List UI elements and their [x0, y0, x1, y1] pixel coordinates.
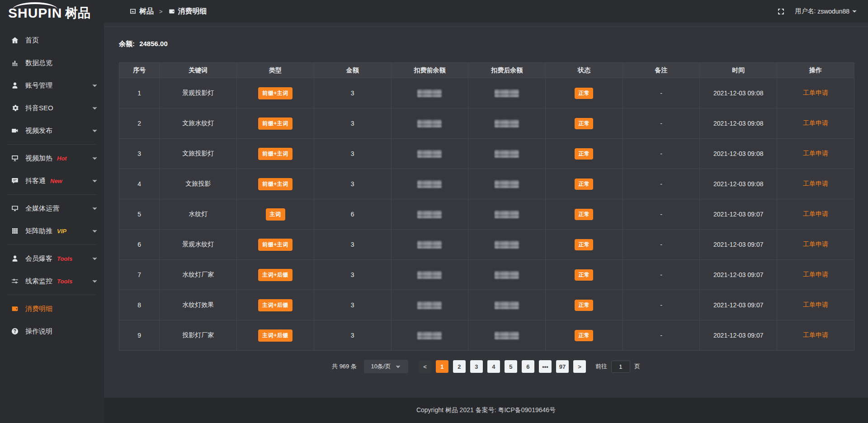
work-order-link[interactable]: 工单申请	[803, 119, 828, 127]
sidebar-item-douketong[interactable]: 抖客通New	[0, 169, 104, 192]
cell-remark: -	[623, 199, 700, 230]
cell-balance-after	[468, 320, 546, 351]
cell-action: 工单申请	[777, 230, 854, 260]
cell-amount: 3	[314, 108, 391, 139]
sidebar-item-label: 会员爆客	[25, 254, 52, 263]
cell-amount: 3	[314, 78, 391, 108]
work-order-link[interactable]: 工单申请	[803, 210, 828, 217]
work-order-link[interactable]: 工单申请	[803, 150, 828, 157]
page-button-3[interactable]: 3	[470, 360, 483, 373]
table-row: 9 投影灯厂家 主词+后缀 3 正常 - 2021-12-03 09:07 工单…	[119, 320, 854, 351]
cell-time: 2021-12-03 09:08	[700, 169, 777, 199]
jump-page-input[interactable]	[611, 361, 630, 373]
cell-keyword: 水纹灯效果	[160, 290, 237, 320]
cell-status: 正常	[546, 108, 623, 139]
balance-after-redacted	[495, 150, 519, 158]
breadcrumb-home[interactable]: 树品	[139, 7, 154, 16]
sidebar-item-consumption-detail[interactable]: 消费明细	[0, 297, 104, 320]
status-badge: 正常	[575, 239, 593, 250]
topbar-right: 用户名: zswodun88	[777, 7, 857, 15]
sidebar-item-video-publish[interactable]: 视频发布	[0, 119, 104, 142]
column-header: 时间	[700, 63, 777, 78]
cell-type: 主词+后缀	[237, 260, 314, 290]
sidebar-item-douyin-seo[interactable]: 抖音SEO	[0, 97, 104, 119]
sidebar-menu: 首页数据总览账号管理抖音SEO视频发布视频加热Hot抖客通New全媒体运营矩阵助…	[0, 26, 104, 343]
cell-balance-after	[468, 78, 546, 108]
work-order-link[interactable]: 工单申请	[803, 331, 828, 338]
page-button-2[interactable]: 2	[453, 360, 466, 373]
balance-before-redacted	[417, 120, 442, 127]
work-order-link[interactable]: 工单申请	[803, 180, 828, 187]
table-row: 1 景观投影灯 前缀+主词 3 正常 - 2021-12-03 09:08 工单…	[119, 78, 854, 108]
app-icon	[129, 8, 137, 15]
cell-seq: 3	[119, 139, 160, 169]
cell-remark: -	[623, 78, 700, 108]
sidebar-item-matrix-boost[interactable]: 矩阵助推VIP	[0, 220, 104, 242]
home-icon	[11, 36, 19, 44]
chevron-down-icon[interactable]	[852, 9, 857, 14]
page-button-5[interactable]: 5	[505, 360, 517, 373]
cell-seq: 4	[119, 169, 160, 199]
sidebar-item-member-baoke[interactable]: 会员爆客Tools	[0, 247, 104, 270]
sidebar-divider	[7, 244, 97, 245]
cell-type: 主词	[237, 199, 314, 230]
app-logo: SHUPIN 树品	[0, 0, 104, 26]
cell-balance-before	[391, 320, 468, 351]
cell-type: 前缀+主词	[237, 108, 314, 139]
cell-action: 工单申请	[777, 260, 854, 290]
status-badge: 正常	[575, 300, 593, 311]
balance-before-redacted	[417, 150, 442, 158]
type-badge: 前缀+主词	[258, 239, 292, 251]
cell-amount: 6	[314, 199, 391, 230]
cell-amount: 3	[314, 260, 391, 290]
status-badge: 正常	[575, 179, 593, 190]
consumption-table: 序号关键词类型金额扣费前余额扣费后余额状态备注时间操作 1 景观投影灯 前缀+主…	[119, 62, 854, 351]
chevron-down-icon	[92, 105, 98, 111]
page-button-1[interactable]: 1	[436, 360, 448, 373]
work-order-link[interactable]: 工单申请	[803, 271, 828, 278]
question-icon	[11, 327, 19, 335]
page-button-4[interactable]: 4	[487, 360, 500, 373]
cell-type: 主词+后缀	[237, 290, 314, 320]
sidebar-item-media-operation[interactable]: 全媒体运营	[0, 197, 104, 220]
cell-status: 正常	[546, 199, 623, 230]
username-value[interactable]: zswodun88	[817, 8, 849, 15]
status-badge: 正常	[575, 118, 593, 129]
type-badge: 前缀+主词	[258, 178, 292, 190]
fullscreen-icon[interactable]	[777, 8, 785, 15]
work-order-link[interactable]: 工单申请	[803, 240, 828, 248]
sidebar-item-label: 数据总览	[25, 59, 52, 67]
sidebar-item-account-management[interactable]: 账号管理	[0, 74, 104, 97]
cell-action: 工单申请	[777, 290, 854, 320]
type-badge: 主词	[266, 208, 285, 221]
sidebar-item-data-overview[interactable]: 数据总览	[0, 52, 104, 74]
cell-action: 工单申请	[777, 139, 854, 169]
page-size-value: 10条/页	[371, 362, 391, 371]
sidebar-item-home[interactable]: 首页	[0, 29, 104, 52]
work-order-link[interactable]: 工单申请	[803, 301, 828, 308]
page-button-6[interactable]: 6	[522, 360, 534, 373]
cell-action: 工单申请	[777, 108, 854, 139]
cell-seq: 8	[119, 290, 160, 320]
cell-action: 工单申请	[777, 169, 854, 199]
cell-status: 正常	[546, 320, 623, 351]
cell-balance-after	[468, 199, 546, 230]
cell-balance-after	[468, 108, 546, 139]
page-button-ellipsis[interactable]: •••	[539, 360, 552, 373]
table-row: 8 水纹灯效果 主词+后缀 3 正常 - 2021-12-03 09:07 工单…	[119, 290, 854, 320]
page-button-97[interactable]: 97	[556, 360, 569, 373]
chevron-down-icon	[92, 278, 98, 284]
sidebar-item-video-heat[interactable]: 视频加热Hot	[0, 147, 104, 169]
prev-page-button[interactable]: <	[419, 360, 431, 373]
sliders-icon	[11, 277, 19, 285]
work-order-link[interactable]: 工单申请	[803, 89, 828, 96]
cell-keyword: 文旅投影	[160, 169, 237, 199]
page-size-select[interactable]: 10条/页	[364, 360, 408, 373]
next-page-button[interactable]: >	[573, 360, 586, 373]
sidebar-item-operation-guide[interactable]: 操作说明	[0, 320, 104, 343]
chevron-down-icon	[92, 128, 98, 134]
sidebar-item-clue-monitor[interactable]: 线索监控Tools	[0, 270, 104, 292]
table-row: 3 文旅投影灯 前缀+主词 3 正常 - 2021-12-03 09:08 工单…	[119, 139, 854, 169]
sidebar-item-badge: Tools	[57, 255, 72, 262]
type-badge: 前缀+主词	[258, 118, 292, 130]
